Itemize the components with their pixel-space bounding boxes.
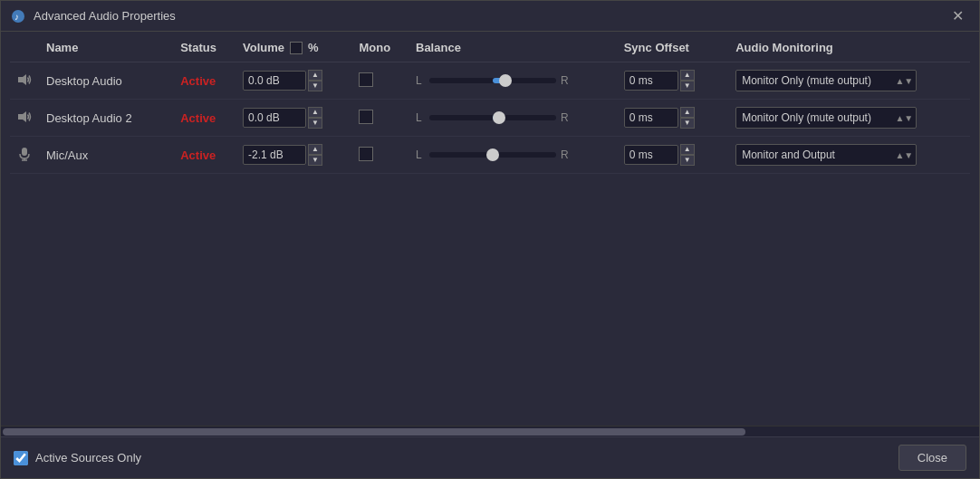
balance-cell: L R <box>408 62 617 100</box>
svg-marker-2 <box>18 74 26 85</box>
audio-table: Name Status Volume % Mono Balance Sync O… <box>10 32 970 174</box>
sync-offset-cell: ▲ ▼ <box>617 62 728 100</box>
balance-r-label: R <box>561 111 570 124</box>
volume-cell: ▲ ▼ <box>235 100 351 137</box>
volume-input[interactable] <box>243 145 306 165</box>
monitoring-cell: Monitor OffMonitor Only (mute output)Mon… <box>728 100 970 137</box>
volume-label: Volume <box>243 41 284 54</box>
footer: Active Sources Only Close <box>1 436 979 478</box>
titlebar: ♪ Advanced Audio Properties ✕ <box>1 1 979 32</box>
monitoring-cell: Monitor OffMonitor Only (mute output)Mon… <box>728 137 970 174</box>
mono-checkbox[interactable] <box>359 110 373 124</box>
balance-slider[interactable] <box>429 78 556 83</box>
svg-text:♪: ♪ <box>14 12 19 22</box>
th-status: Status <box>173 32 235 62</box>
sync-input[interactable] <box>624 145 678 165</box>
th-sync: Sync Offset <box>617 32 728 62</box>
scrollbar-area <box>1 426 979 436</box>
sync-down-btn[interactable]: ▼ <box>680 81 695 91</box>
window-title: Advanced Audio Properties <box>34 9 945 23</box>
status-badge: Active <box>173 100 235 137</box>
active-sources-checkbox[interactable] <box>14 451 28 465</box>
percent-checkbox[interactable] <box>290 42 303 54</box>
mono-cell <box>351 137 408 174</box>
status-badge: Active <box>173 62 235 100</box>
mono-cell <box>351 100 408 137</box>
table-row: Desktop AudioActive ▲ ▼ L R ▲ <box>10 62 970 100</box>
audio-name: Desktop Audio <box>39 62 173 100</box>
mono-cell <box>351 62 408 100</box>
svg-rect-4 <box>22 148 27 156</box>
volume-down-btn[interactable]: ▼ <box>308 81 322 91</box>
close-icon[interactable]: ✕ <box>945 4 970 29</box>
status-badge: Active <box>173 137 235 174</box>
speaker-icon <box>10 100 39 137</box>
volume-down-btn[interactable]: ▼ <box>308 118 322 129</box>
audio-name: Desktop Audio 2 <box>39 100 173 137</box>
sync-up-btn[interactable]: ▲ <box>680 70 695 81</box>
balance-cell: L R <box>408 137 617 174</box>
volume-input[interactable] <box>243 108 306 128</box>
sync-up-btn[interactable]: ▲ <box>680 144 695 155</box>
monitoring-select[interactable]: Monitor OffMonitor Only (mute output)Mon… <box>735 70 917 91</box>
balance-r-label: R <box>561 74 570 87</box>
table-area: Name Status Volume % Mono Balance Sync O… <box>1 32 979 426</box>
mono-checkbox[interactable] <box>359 72 373 87</box>
speaker-icon <box>10 62 39 100</box>
volume-down-btn[interactable]: ▼ <box>308 155 322 166</box>
balance-slider[interactable] <box>429 115 556 120</box>
sync-offset-cell: ▲ ▼ <box>617 100 728 137</box>
volume-cell: ▲ ▼ <box>235 137 351 174</box>
th-icon <box>10 32 39 62</box>
th-monitoring: Audio Monitoring <box>728 32 970 62</box>
balance-slider[interactable] <box>429 152 556 158</box>
th-balance: Balance <box>408 32 617 62</box>
close-button[interactable]: Close <box>898 445 966 471</box>
mic-icon <box>10 137 39 174</box>
sync-input[interactable] <box>624 71 678 91</box>
volume-up-btn[interactable]: ▲ <box>308 144 322 155</box>
balance-r-label: R <box>561 148 570 161</box>
balance-l-label: L <box>416 148 425 161</box>
volume-up-btn[interactable]: ▲ <box>308 70 322 81</box>
monitoring-select[interactable]: Monitor OffMonitor Only (mute output)Mon… <box>735 144 917 166</box>
sync-down-btn[interactable]: ▼ <box>680 155 695 166</box>
table-row: Mic/AuxActive ▲ ▼ L R ▲ <box>10 137 970 174</box>
svg-marker-3 <box>18 111 26 122</box>
app-icon: ♪ <box>10 8 26 24</box>
audio-name: Mic/Aux <box>39 137 173 174</box>
th-mono: Mono <box>351 32 408 62</box>
sync-input[interactable] <box>624 108 678 128</box>
percent-label: % <box>308 41 319 54</box>
main-content: Name Status Volume % Mono Balance Sync O… <box>1 32 979 436</box>
th-volume: Volume % <box>235 32 351 62</box>
monitoring-cell: Monitor OffMonitor Only (mute output)Mon… <box>728 62 970 100</box>
balance-cell: L R <box>408 100 617 137</box>
active-sources-text: Active Sources Only <box>35 451 141 465</box>
scrollbar-thumb[interactable] <box>3 428 745 436</box>
sync-down-btn[interactable]: ▼ <box>680 118 695 129</box>
balance-l-label: L <box>416 111 425 124</box>
mono-checkbox[interactable] <box>359 147 373 161</box>
th-name: Name <box>39 32 173 62</box>
volume-input[interactable] <box>243 71 306 91</box>
table-row: Desktop Audio 2Active ▲ ▼ L R ▲ <box>10 100 970 137</box>
balance-l-label: L <box>416 74 425 87</box>
volume-cell: ▲ ▼ <box>235 62 351 100</box>
sync-offset-cell: ▲ ▼ <box>617 137 728 174</box>
monitoring-select[interactable]: Monitor OffMonitor Only (mute output)Mon… <box>735 107 917 129</box>
sync-up-btn[interactable]: ▲ <box>680 107 695 118</box>
active-sources-label[interactable]: Active Sources Only <box>14 451 141 465</box>
volume-up-btn[interactable]: ▲ <box>308 107 322 118</box>
window: ♪ Advanced Audio Properties ✕ Name Statu… <box>0 0 980 479</box>
